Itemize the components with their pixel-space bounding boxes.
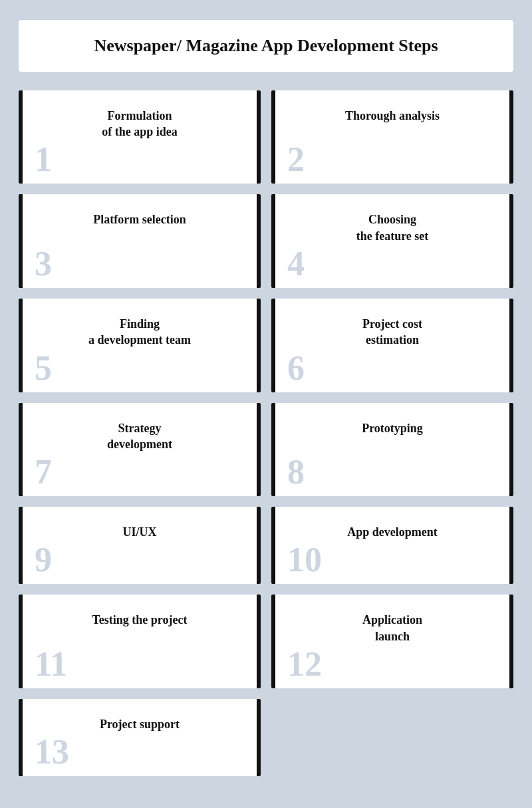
card-12: Applicationlaunch12 xyxy=(271,595,513,688)
card-label-12: Applicationlaunch xyxy=(287,612,497,644)
card-label-1: Formulationof the app idea xyxy=(35,108,245,140)
card-label-5: Findinga development team xyxy=(35,316,245,348)
card-label-13: Project support xyxy=(35,716,245,732)
card-6: Project costestimation6 xyxy=(271,299,513,392)
card-8: Prototyping8 xyxy=(271,403,513,497)
card-4: Choosingthe feature set4 xyxy=(271,194,513,288)
card-label-10: App development xyxy=(287,524,497,540)
card-5: Findinga development team5 xyxy=(19,299,261,392)
page-title: Newspaper/ Magazine App Development Step… xyxy=(94,36,438,55)
card-number-7: 7 xyxy=(35,455,52,489)
card-7: Strategydevelopment7 xyxy=(19,403,261,497)
card-number-2: 2 xyxy=(287,142,305,177)
page-title-box: Newspaper/ Magazine App Development Step… xyxy=(19,20,513,72)
card-10: App development10 xyxy=(271,507,513,584)
card-number-8: 8 xyxy=(287,455,305,489)
card-number-9: 9 xyxy=(35,543,52,577)
card-number-13: 13 xyxy=(35,735,69,769)
card-1: Formulationof the app idea1 xyxy=(19,90,261,184)
card-number-4: 4 xyxy=(287,247,305,281)
card-number-1: 1 xyxy=(35,142,52,177)
card-label-3: Platform selection xyxy=(35,211,245,244)
card-label-4: Choosingthe feature set xyxy=(287,211,497,244)
card-number-10: 10 xyxy=(287,543,322,577)
card-label-6: Project costestimation xyxy=(287,316,497,348)
card-number-6: 6 xyxy=(287,351,305,386)
card-11: Testing the project11 xyxy=(19,595,261,688)
card-number-12: 12 xyxy=(287,647,322,682)
card-label-2: Thorough analysis xyxy=(287,108,497,140)
card-number-5: 5 xyxy=(35,351,52,386)
card-9: UI/UX9 xyxy=(19,507,261,584)
card-label-7: Strategydevelopment xyxy=(35,420,245,453)
card-number-3: 3 xyxy=(35,247,52,281)
card-label-8: Prototyping xyxy=(287,420,497,453)
card-13: Project support13 xyxy=(19,699,261,776)
card-label-9: UI/UX xyxy=(35,524,245,540)
card-3: Platform selection3 xyxy=(19,194,261,288)
cards-grid: Formulationof the app idea1Thorough anal… xyxy=(19,90,513,777)
card-number-11: 11 xyxy=(35,647,67,682)
card-2: Thorough analysis2 xyxy=(271,90,513,184)
card-label-11: Testing the project xyxy=(35,612,245,644)
